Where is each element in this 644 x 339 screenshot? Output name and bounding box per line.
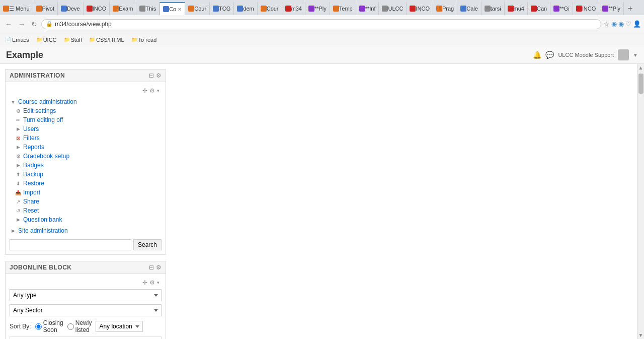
sort-closing-label[interactable]: ClosingSoon xyxy=(35,319,63,333)
type-select[interactable]: Any type xyxy=(10,289,162,301)
config-icon[interactable]: ⚙ xyxy=(149,87,155,94)
tab-deve[interactable]: Deve xyxy=(58,2,84,15)
sort-newly-radio[interactable] xyxy=(67,323,74,330)
chevron-down-icon[interactable]: ▼ xyxy=(633,52,638,58)
jobonline-toolbar-chevron-icon[interactable]: ▾ xyxy=(157,280,159,285)
user-avatar[interactable] xyxy=(618,49,629,60)
tab-temp[interactable]: Temp xyxy=(330,2,356,15)
tab-inco1[interactable]: INCO xyxy=(84,2,110,15)
site-admin-link[interactable]: Site administration xyxy=(18,227,68,234)
tree-item-gradebook[interactable]: ⚙ Gradebook setup xyxy=(10,152,162,161)
admin-search-button[interactable]: Search xyxy=(133,239,162,250)
turn-editing-link[interactable]: Turn editing off xyxy=(23,116,63,123)
course-admin-link[interactable]: Course administration xyxy=(18,98,77,105)
admin-block-config-icon[interactable]: ⚙ xyxy=(156,72,162,79)
bookmark-uicc[interactable]: 📁 UICC xyxy=(34,36,59,43)
tree-item-backup[interactable]: ⬆ Backup xyxy=(10,170,162,179)
bookmark-star-icon[interactable]: ☆ xyxy=(603,20,610,28)
jobonline-config-icon[interactable]: ⚙ xyxy=(156,264,162,271)
tree-item-badges[interactable]: ▶ Badges xyxy=(10,161,162,170)
backup-link[interactable]: Backup xyxy=(23,171,43,178)
tab-ply1[interactable]: **Ply xyxy=(305,2,330,15)
bookmark-stuff[interactable]: 📁 Stuff xyxy=(62,36,84,43)
support-link[interactable]: ULCC Moodle Support xyxy=(558,52,614,58)
tab-menu[interactable]: ☰ Menu xyxy=(0,2,33,15)
tab-pivot[interactable]: Pivot xyxy=(33,2,58,15)
extension-icon-2[interactable]: ◉ xyxy=(618,20,624,28)
tree-item-restore[interactable]: ⬇ Restore xyxy=(10,179,162,188)
user-profile-icon[interactable]: 👤 xyxy=(633,20,641,28)
forward-button[interactable]: → xyxy=(16,19,27,29)
import-link[interactable]: Import xyxy=(23,189,40,196)
job-item-1[interactable]: + Teacher of Science (Permanent) 13th Ma… xyxy=(10,336,162,339)
tab-gi[interactable]: **Gi xyxy=(550,2,573,15)
heart-icon[interactable]: ♡ xyxy=(625,20,631,28)
tree-item-site-admin[interactable]: ▶ Site administration xyxy=(10,226,162,235)
tree-item-reset[interactable]: ↺ Reset xyxy=(10,206,162,215)
tab-cour2[interactable]: Cour xyxy=(258,2,282,15)
tree-item-root[interactable]: ▼ Course administration xyxy=(10,97,162,106)
tab-tarsi[interactable]: tarsi xyxy=(481,2,505,15)
scroll-thumb[interactable] xyxy=(638,74,643,94)
tab-ply2[interactable]: **Ply xyxy=(599,2,624,15)
reports-link[interactable]: Reports xyxy=(23,144,44,151)
tree-item-edit-settings[interactable]: ⚙ Edit settings xyxy=(10,106,162,115)
restore-link[interactable]: Restore xyxy=(23,180,44,187)
bookmark-emacs[interactable]: 📄 Emacs xyxy=(3,36,31,43)
question-bank-link[interactable]: Question bank xyxy=(23,216,62,223)
share-link[interactable]: Share xyxy=(23,198,39,205)
edit-settings-link[interactable]: Edit settings xyxy=(23,107,56,114)
admin-block-hide-icon[interactable]: ⊟ xyxy=(149,72,154,79)
toolbar-chevron-icon[interactable]: ▾ xyxy=(157,88,159,93)
tree-item-turn-editing[interactable]: ✏ Turn editing off xyxy=(10,115,162,124)
tab-inco3[interactable]: INCO xyxy=(573,2,600,15)
tab-ulcc[interactable]: ULCC xyxy=(379,2,407,15)
tree-item-import[interactable]: 📥 Import xyxy=(10,188,162,197)
tree-item-users[interactable]: ▶ Users xyxy=(10,124,162,133)
tab-cour[interactable]: Cour xyxy=(185,2,210,15)
tab-exam[interactable]: Exam xyxy=(110,2,136,15)
messages-icon[interactable]: 💬 xyxy=(545,51,554,59)
badges-link[interactable]: Badges xyxy=(23,162,44,169)
gradebook-link[interactable]: Gradebook setup xyxy=(23,153,69,160)
jobonline-move-icon[interactable]: ✛ xyxy=(142,279,147,286)
address-box[interactable]: 🔒 m34/course/view.php xyxy=(41,19,601,29)
tab-inf[interactable]: **Inf xyxy=(356,2,379,15)
tab-prag[interactable]: Prag xyxy=(433,2,457,15)
filters-link[interactable]: Filters xyxy=(23,134,40,142)
back-button[interactable]: ← xyxy=(3,19,14,29)
tab-co[interactable]: Co ✕ xyxy=(159,2,185,15)
bookmark-to-read[interactable]: 📁 To read xyxy=(129,36,159,43)
extension-icon-1[interactable]: ◉ xyxy=(611,20,617,28)
scroll-up-arrow[interactable]: ▲ xyxy=(637,64,644,72)
tab-this[interactable]: This xyxy=(136,2,159,15)
location-select[interactable]: Any location xyxy=(96,321,143,332)
reset-link[interactable]: Reset xyxy=(23,207,39,214)
new-tab-button[interactable]: + xyxy=(624,2,636,15)
tree-item-question-bank[interactable]: ▶ Question bank xyxy=(10,215,162,224)
admin-search-input[interactable] xyxy=(10,239,131,250)
tab-mu4[interactable]: mu4 xyxy=(505,2,528,15)
sort-newly-label[interactable]: Newlylisted xyxy=(67,319,92,333)
sort-closing-radio[interactable] xyxy=(35,323,42,330)
tab-inco2[interactable]: INCO xyxy=(407,2,433,15)
jobonline-hide-icon[interactable]: ⊟ xyxy=(149,264,154,271)
tab-m34[interactable]: m34 xyxy=(282,2,305,15)
tree-item-share[interactable]: ↗ Share xyxy=(10,197,162,206)
users-link[interactable]: Users xyxy=(23,125,39,132)
jobonline-settings-icon[interactable]: ⚙ xyxy=(149,279,155,286)
right-scrollbar[interactable]: ▲ ▼ xyxy=(637,64,644,339)
tree-item-reports[interactable]: ▶ Reports xyxy=(10,143,162,152)
tree-item-filters[interactable]: ⊠ Filters xyxy=(10,133,162,143)
tab-dem[interactable]: dem xyxy=(234,2,257,15)
tab-can[interactable]: Can xyxy=(528,2,550,15)
move-icon[interactable]: ✛ xyxy=(142,87,147,94)
tab-cale[interactable]: Cale xyxy=(457,2,481,15)
tab-tcg[interactable]: TCG xyxy=(210,2,234,15)
scroll-down-arrow[interactable]: ▼ xyxy=(637,331,644,339)
bookmark-css-html[interactable]: 📁 CSS/HTML xyxy=(87,36,126,43)
notification-bell-icon[interactable]: 🔔 xyxy=(533,51,541,59)
sector-select[interactable]: Any Sector xyxy=(10,304,162,316)
reload-button[interactable]: ↻ xyxy=(29,19,39,29)
tab-close-co[interactable]: ✕ xyxy=(178,7,182,12)
